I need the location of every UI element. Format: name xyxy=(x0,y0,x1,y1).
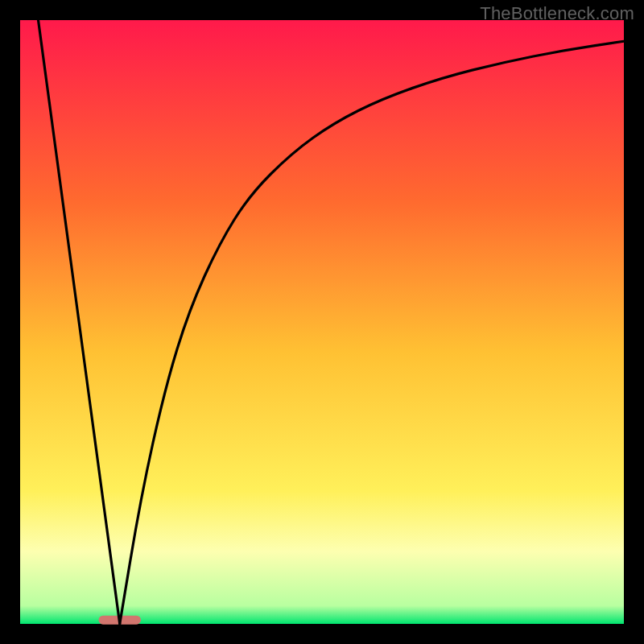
chart-svg xyxy=(0,0,644,644)
attribution-watermark: TheBottleneck.com xyxy=(480,3,634,24)
bottleneck-chart xyxy=(0,0,644,644)
svg-rect-1 xyxy=(20,20,624,624)
